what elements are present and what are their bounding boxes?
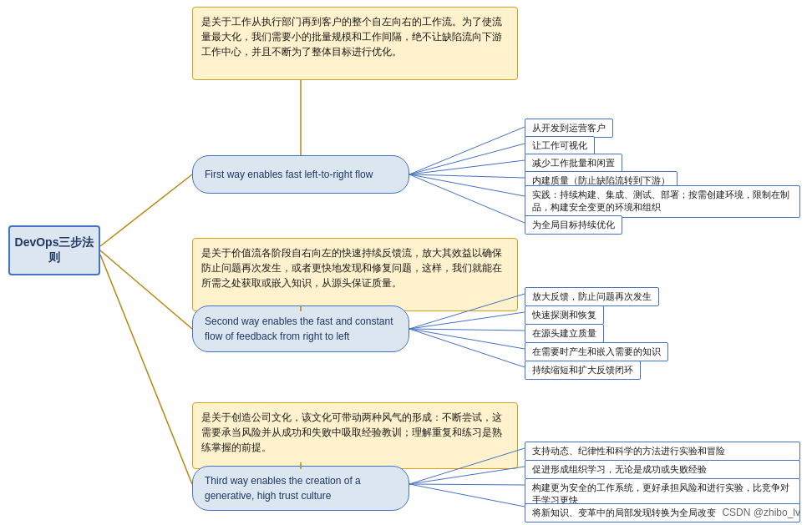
svg-line-20 [409, 484, 525, 507]
svg-line-18 [409, 467, 525, 484]
svg-line-9 [409, 174, 525, 178]
yellow-box-3: 是关于创造公司文化，该文化可带动两种风气的形成：不断尝试，这需要承当风险并从成功… [192, 402, 518, 469]
way1-item-3: 减少工作批量和闲置 [525, 154, 622, 173]
way2-item-5: 持续缩短和扩大反馈闭环 [525, 361, 641, 380]
way-1-label: First way enables fast left-to-right flo… [205, 167, 373, 182]
mind-map: DevOps三步法则 是关于工作从执行部门再到客户的整个自左向右的工作流。为了使… [0, 0, 812, 525]
svg-line-1 [100, 250, 192, 329]
svg-line-11 [409, 174, 525, 223]
yellow-box-1-text: 是关于工作从执行部门再到客户的整个自左向右的工作流。为了使流量最大化，我们需要小… [201, 16, 502, 58]
way-3-label: Third way enables the creation of a gene… [205, 473, 397, 503]
way2-item-3: 在源头建立质量 [525, 324, 604, 343]
way1-item-5: 实践：持续构建、集成、测试、部署；按需创建环境，限制在制品，构建安全变更的环境和… [525, 185, 800, 218]
way-2-label: Second way enables the fast and constant… [205, 314, 397, 344]
way1-item-6: 为全局目标持续优化 [525, 215, 622, 235]
way-node-2: Second way enables the fast and constant… [192, 305, 409, 352]
yellow-box-3-text: 是关于创造公司文化，该文化可带动两种风气的形成：不断尝试，这需要承当风险并从成功… [201, 411, 502, 453]
way2-item-1: 放大反馈，防止问题再次发生 [525, 287, 659, 306]
way-node-1: First way enables fast left-to-right flo… [192, 155, 409, 194]
center-label: DevOps三步法则 [10, 235, 99, 265]
svg-line-6 [409, 127, 525, 174]
svg-line-14 [409, 329, 525, 331]
center-node: DevOps三步法则 [8, 225, 100, 275]
svg-line-13 [409, 312, 525, 329]
yellow-box-1: 是关于工作从执行部门再到客户的整个自左向右的工作流。为了使流量最大化，我们需要小… [192, 7, 518, 80]
watermark: CSDN @zhibo_lv [722, 507, 800, 518]
way2-item-2: 快速探测和恢复 [525, 305, 604, 325]
svg-line-15 [409, 329, 525, 349]
svg-line-0 [100, 174, 192, 246]
way3-item-2: 促进形成组织学习，无论是成功或失败经验 [525, 460, 800, 479]
way3-item-1: 支持动态、纪律性和科学的方法进行实验和冒险 [525, 442, 800, 461]
way1-item-1: 从开发到运营客户 [525, 119, 613, 138]
yellow-box-2: 是关于价值流各阶段自右向左的快速持续反馈流，放大其效益以确保防止问题再次发生，或… [192, 238, 518, 311]
way2-item-4: 在需要时产生和嵌入需要的知识 [525, 342, 668, 361]
svg-line-16 [409, 329, 525, 367]
way1-item-2: 让工作可视化 [525, 136, 595, 155]
svg-line-7 [409, 144, 525, 174]
yellow-box-2-text: 是关于价值流各阶段自右向左的快速持续反馈流，放大其效益以确保防止问题再次发生，或… [201, 247, 502, 289]
svg-line-19 [409, 484, 525, 485]
svg-line-8 [409, 160, 525, 174]
way-node-3: Third way enables the creation of a gene… [192, 466, 409, 511]
svg-line-10 [409, 174, 525, 196]
svg-line-2 [100, 255, 192, 484]
